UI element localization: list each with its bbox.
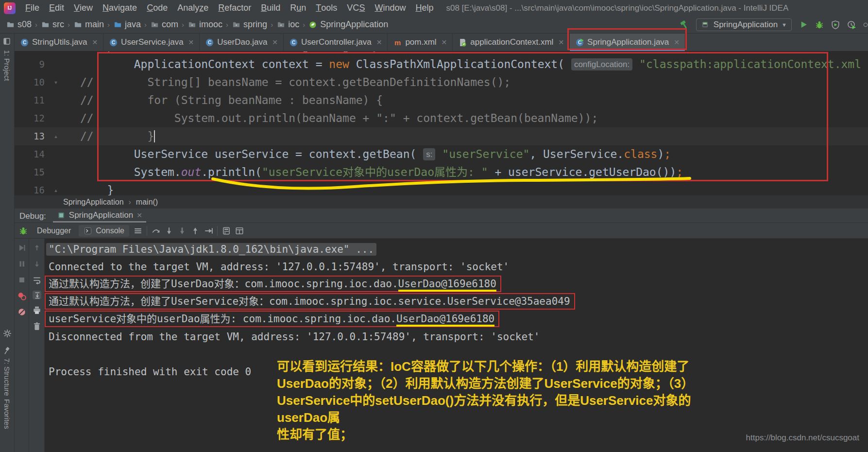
clear-console-icon[interactable] [33, 322, 41, 330]
editor-breadcrumb-bar: SpringApplication›main() [15, 195, 868, 209]
run-button[interactable] [799, 20, 808, 29]
stop-button[interactable] [17, 276, 26, 284]
separator [217, 226, 218, 236]
breadcrumb-item-s08[interactable]: s08 [6, 19, 32, 30]
svg-text:C: C [291, 39, 295, 45]
run-configuration-select[interactable]: SpringApplication ▼ [696, 18, 792, 31]
down-stack-icon[interactable] [33, 260, 41, 268]
scroll-to-end-icon[interactable] [33, 291, 41, 299]
pin-icon[interactable] [3, 346, 12, 355]
menu-file[interactable]: File [20, 0, 44, 16]
tab-label: UserController.java [301, 37, 372, 47]
sidebar-item-favorites[interactable]: Favorites [3, 399, 11, 429]
close-icon[interactable]: ✕ [674, 38, 680, 46]
menu-run[interactable]: Run [285, 0, 311, 16]
menu-window[interactable]: Window [370, 0, 410, 16]
breadcrumb-separator: › [226, 20, 228, 29]
debug-button[interactable] [815, 20, 824, 29]
code-editor[interactable]: public static void main(String[] args) {… [15, 52, 868, 195]
breadcrumb-item-main[interactable]: main [73, 19, 104, 30]
menu-analyze[interactable]: Analyze [172, 0, 213, 16]
menu-refactor[interactable]: Refactor [213, 0, 256, 16]
evaluate-expression-icon[interactable] [222, 226, 231, 235]
editor-tab-UserDao.java[interactable]: CUserDao.java✕ [200, 34, 284, 51]
breadcrumb-item-imooc[interactable]: imooc [187, 19, 222, 30]
tool-window-switch-icon[interactable] [3, 37, 11, 45]
sidebar-item-structure[interactable]: 7: Structure [3, 358, 11, 396]
build-hammer-icon[interactable] [680, 20, 689, 29]
breadcrumb-separator: › [129, 198, 131, 207]
force-step-into-icon[interactable] [178, 226, 187, 235]
line-number: 14 [15, 145, 45, 163]
partial-toolbar-icon[interactable] [863, 20, 868, 29]
code-line-12: 12// System.out.println(beanName + ":" +… [15, 109, 868, 127]
maven-icon: m [393, 38, 402, 47]
breadcrumb-item-src[interactable]: src [41, 19, 64, 30]
tab-console[interactable]: Console [79, 225, 129, 237]
close-icon[interactable]: ✕ [558, 38, 564, 46]
editor-tab-UserController.java[interactable]: CUserController.java✕ [284, 34, 388, 51]
run-to-cursor-icon[interactable] [204, 226, 213, 235]
menu-build[interactable]: Build [256, 0, 285, 16]
fold-marker-icon[interactable]: ▴ [45, 181, 67, 195]
editor-tab-SpringApplication.java[interactable]: CSpringApplication.java✕ [570, 34, 685, 51]
step-out-icon[interactable] [191, 226, 200, 235]
menu-tools[interactable]: Tools [311, 0, 342, 16]
editor-tab-StringUtils.java[interactable]: CStringUtils.java✕ [15, 34, 103, 51]
console-output[interactable]: "C:\Program Files\Java\jdk1.8.0_162\bin\… [45, 239, 868, 452]
breadcrumb-item-spring[interactable]: spring [232, 19, 267, 30]
fold-marker-icon[interactable]: ▴ [45, 127, 67, 145]
breadcrumb-item-SpringApplication[interactable]: SpringApplication [308, 19, 388, 30]
fold-gutter [45, 163, 67, 181]
menu-help[interactable]: Help [410, 0, 438, 16]
step-over-icon[interactable] [152, 226, 160, 235]
editor-tab-pom.xml[interactable]: mpom.xml✕ [388, 34, 453, 51]
pause-button[interactable] [17, 260, 26, 268]
tab-label: UserDao.java [217, 37, 267, 47]
close-icon[interactable]: ✕ [92, 38, 98, 46]
menu-code[interactable]: Code [142, 0, 172, 16]
folder-icon [6, 20, 15, 29]
close-icon[interactable]: ✕ [272, 38, 278, 46]
breadcrumb-separator: › [35, 20, 37, 29]
layout-menu-icon[interactable] [134, 226, 142, 235]
tab-debugger[interactable]: Debugger [32, 225, 76, 237]
breadcrumb-label: main [85, 19, 104, 30]
gear-icon[interactable] [3, 329, 12, 338]
menu-navigate[interactable]: Navigate [98, 0, 142, 16]
editor-breadcrumb-main()[interactable]: main() [136, 198, 158, 207]
editor-tab-applicationContext.xml[interactable]: applicationContext.xml✕ [453, 34, 570, 51]
breadcrumb-item-ioc[interactable]: ioc [276, 19, 299, 30]
fold-marker-icon[interactable]: ▾ [45, 73, 67, 91]
sidebar-item-project[interactable]: 1: Project [3, 50, 11, 81]
debug-toolbar: DebuggerConsole [15, 223, 868, 239]
debug-session-tab[interactable]: SpringApplication ✕ [53, 210, 146, 223]
class-icon: C [109, 38, 118, 47]
run-with-coverage-button[interactable] [831, 20, 840, 29]
close-icon[interactable]: ✕ [376, 38, 382, 46]
profiler-button[interactable] [847, 20, 856, 29]
editor-tab-UserService.java[interactable]: CUserService.java✕ [103, 34, 200, 51]
soft-wrap-icon[interactable] [33, 276, 41, 284]
breadcrumb-item-java[interactable]: java [113, 19, 141, 30]
up-stack-icon[interactable] [33, 243, 41, 252]
editor-breadcrumb-SpringApplication[interactable]: SpringApplication [63, 198, 124, 207]
menu-edit[interactable]: Edit [44, 0, 69, 16]
close-icon[interactable]: ✕ [136, 211, 142, 219]
resume-button[interactable] [17, 243, 26, 252]
mute-breakpoints-icon[interactable] [17, 308, 26, 316]
menu-vcs[interactable]: VCS [342, 0, 370, 16]
close-icon[interactable]: ✕ [442, 38, 447, 46]
print-icon[interactable] [33, 306, 41, 314]
view-breakpoints-icon[interactable] [17, 292, 26, 300]
spring-icon [308, 20, 317, 29]
breadcrumb-item-com[interactable]: com [150, 19, 178, 30]
debug-session-name: SpringApplication [69, 210, 133, 220]
restore-layout-icon[interactable] [235, 226, 244, 235]
console-line [49, 346, 868, 363]
menu-view[interactable]: View [69, 0, 98, 16]
breadcrumb-separator: › [68, 20, 70, 29]
step-into-icon[interactable] [165, 226, 173, 235]
svg-text:C: C [22, 39, 26, 45]
close-icon[interactable]: ✕ [188, 38, 194, 46]
